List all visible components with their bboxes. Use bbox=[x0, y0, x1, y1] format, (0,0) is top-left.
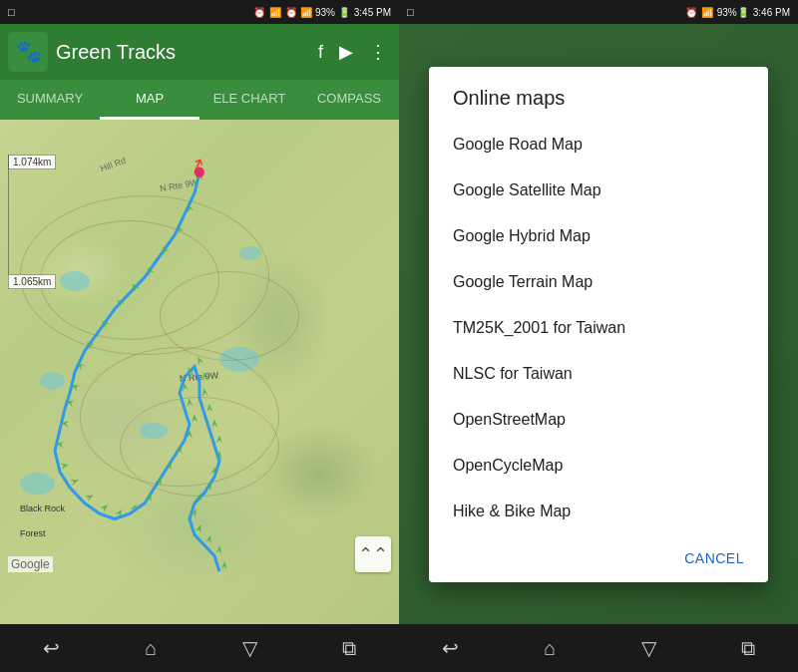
tab-ele-chart[interactable]: Ele Chart bbox=[200, 80, 299, 120]
back-button[interactable]: ↩ bbox=[43, 636, 60, 660]
map-options-list: Google Road Map Google Satellite Map Goo… bbox=[429, 122, 768, 534]
svg-marker-17 bbox=[100, 503, 110, 512]
right-apps-button[interactable]: ⧉ bbox=[741, 637, 755, 660]
app-title: Green Tracks bbox=[56, 41, 310, 64]
svg-point-45 bbox=[195, 167, 204, 177]
right-panel: □ ⏰ 📶 93%🔋 3:46 PM Online maps Google Ro… bbox=[399, 0, 798, 672]
tm25k-taiwan-option[interactable]: TM25K_2001 for Taiwan bbox=[429, 305, 768, 351]
svg-marker-25 bbox=[192, 414, 199, 423]
svg-marker-32 bbox=[206, 403, 213, 412]
dialog-title: Online maps bbox=[429, 67, 768, 122]
wifi-icon: 📶 bbox=[269, 7, 281, 18]
tab-bar: Summary Map Ele Chart Compass bbox=[0, 80, 399, 120]
home-button[interactable]: ⌂ bbox=[145, 637, 157, 660]
scroll-up-icon: ⌃⌃ bbox=[358, 543, 388, 565]
right-recents-button[interactable]: ▽ bbox=[641, 636, 656, 660]
scroll-up-button[interactable]: ⌃⌃ bbox=[355, 536, 391, 572]
right-content: Online maps Google Road Map Google Satel… bbox=[399, 24, 798, 624]
more-options-icon[interactable]: ⋮ bbox=[369, 41, 387, 63]
alarm-icon: ⏰ bbox=[253, 7, 265, 18]
svg-marker-29 bbox=[196, 355, 204, 365]
recents-button[interactable]: ▽ bbox=[242, 636, 257, 660]
svg-marker-26 bbox=[186, 398, 193, 407]
play-icon[interactable]: ▶ bbox=[339, 41, 353, 63]
apps-button[interactable]: ⧉ bbox=[342, 637, 356, 660]
online-maps-dialog: Online maps Google Road Map Google Satel… bbox=[429, 67, 768, 582]
svg-marker-33 bbox=[211, 419, 217, 427]
google-road-map-option[interactable]: Google Road Map bbox=[429, 122, 768, 168]
right-status-bar: □ ⏰ 📶 93%🔋 3:46 PM bbox=[399, 0, 798, 24]
dialog-overlay: Online maps Google Road Map Google Satel… bbox=[399, 24, 798, 624]
svg-marker-15 bbox=[70, 477, 80, 486]
left-nav-bar: ↩ ⌂ ▽ ⧉ bbox=[0, 624, 399, 672]
right-battery-text: 93%🔋 bbox=[717, 7, 749, 18]
svg-marker-30 bbox=[200, 371, 208, 381]
nlsc-taiwan-option[interactable]: NLSC for Taiwan bbox=[429, 351, 768, 397]
time-display: 3:45 PM bbox=[354, 7, 391, 18]
right-nav-bar: ↩ ⌂ ▽ ⧉ bbox=[399, 624, 798, 672]
right-notification-icon: □ bbox=[407, 6, 414, 18]
app-header: 🐾 Green Tracks f ▶ ⋮ bbox=[0, 24, 399, 80]
app-logo: 🐾 bbox=[8, 32, 48, 72]
svg-marker-14 bbox=[61, 462, 70, 470]
left-status-bar: □ ⏰ 📶 ⏰ 📶 93% 🔋 3:45 PM bbox=[0, 0, 399, 24]
status-bar-left-icons: □ bbox=[8, 6, 15, 18]
svg-marker-34 bbox=[216, 435, 223, 444]
right-home-button[interactable]: ⌂ bbox=[544, 637, 556, 660]
right-time-display: 3:46 PM bbox=[753, 7, 790, 18]
right-status-right: ⏰ 📶 93%🔋 3:46 PM bbox=[685, 7, 790, 18]
notification-icon: □ bbox=[8, 6, 15, 18]
openstreetmap-option[interactable]: OpenStreetMap bbox=[429, 397, 768, 443]
hike-bike-map-option[interactable]: Hike & Bike Map bbox=[429, 489, 768, 534]
distance-marker-1: 1.074km bbox=[8, 155, 56, 169]
header-icons: f ▶ ⋮ bbox=[318, 41, 387, 63]
svg-marker-43 bbox=[221, 560, 228, 569]
tab-summary[interactable]: Summary bbox=[0, 80, 100, 120]
distance-marker-2: 1.065km bbox=[8, 274, 56, 289]
svg-marker-16 bbox=[85, 493, 95, 503]
battery-text: ⏰ 📶 93% 🔋 bbox=[285, 7, 349, 18]
google-terrain-map-option[interactable]: Google Terrain Map bbox=[429, 259, 768, 305]
right-alarm-icon: ⏰ bbox=[685, 7, 697, 18]
right-wifi-icon: 📶 bbox=[701, 7, 713, 18]
status-bar-right-info: ⏰ 📶 ⏰ 📶 93% 🔋 3:45 PM bbox=[253, 7, 391, 18]
map-container[interactable]: Hill Rd N Rte 9W N Rte 9W Black Rock For… bbox=[0, 120, 399, 624]
svg-marker-31 bbox=[200, 387, 207, 396]
svg-marker-41 bbox=[205, 534, 213, 544]
cancel-button[interactable]: CANCEL bbox=[668, 542, 760, 574]
google-watermark: Google bbox=[8, 556, 53, 572]
dialog-actions: CANCEL bbox=[429, 534, 768, 582]
track-overlay: ↗ bbox=[0, 120, 399, 624]
left-panel: □ ⏰ 📶 ⏰ 📶 93% 🔋 3:45 PM 🐾 Green Tracks f… bbox=[0, 0, 399, 672]
svg-marker-42 bbox=[215, 544, 222, 553]
right-back-button[interactable]: ↩ bbox=[442, 636, 459, 660]
tab-compass[interactable]: Compass bbox=[299, 80, 399, 120]
scale-line bbox=[8, 155, 9, 274]
facebook-icon[interactable]: f bbox=[318, 42, 323, 63]
google-satellite-map-option[interactable]: Google Satellite Map bbox=[429, 168, 768, 213]
google-hybrid-map-option[interactable]: Google Hybrid Map bbox=[429, 213, 768, 259]
right-status-left: □ bbox=[407, 6, 414, 18]
paw-icon: 🐾 bbox=[15, 39, 42, 65]
tab-map[interactable]: Map bbox=[100, 80, 200, 120]
opencyclemap-option[interactable]: OpenCycleMap bbox=[429, 443, 768, 489]
svg-marker-40 bbox=[196, 523, 203, 533]
